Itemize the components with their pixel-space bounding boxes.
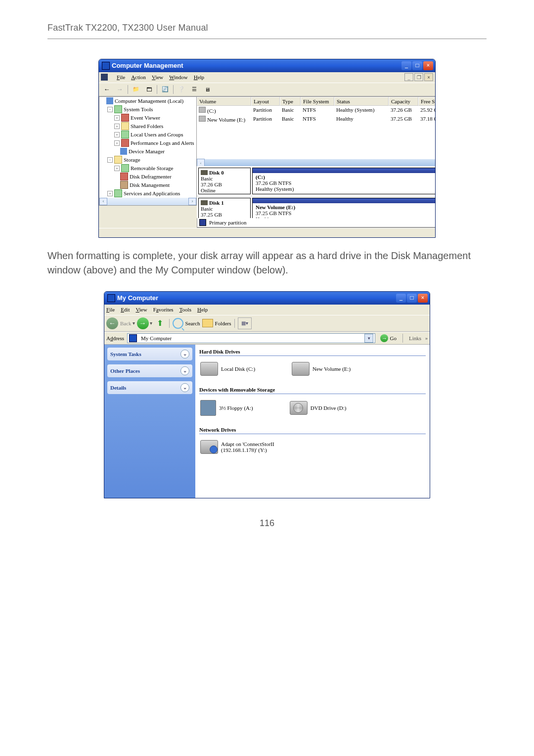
collapse-icon[interactable]: - (107, 107, 113, 112)
expand-icon[interactable]: + (114, 132, 120, 137)
menu-file[interactable]: File (117, 74, 125, 80)
tree-node[interactable]: +Removable Storage (114, 165, 196, 172)
scroll-track[interactable] (107, 198, 188, 205)
menu-help[interactable]: Help (194, 74, 204, 80)
address-input[interactable]: My Computer ▾ (127, 333, 375, 343)
expand-icon[interactable]: + (114, 166, 120, 171)
help-icon[interactable]: ❔ (176, 84, 187, 95)
close-button[interactable]: × (423, 61, 433, 70)
chevron-icon[interactable]: ⌄ (180, 366, 189, 375)
links-label[interactable]: Links (407, 335, 423, 341)
tree-node[interactable]: +Performance Logs and Alerts (114, 139, 196, 147)
go-button[interactable]: → Go (378, 334, 398, 342)
minimize-button[interactable]: _ (401, 61, 411, 70)
column-header[interactable]: Type (280, 97, 301, 106)
column-header[interactable]: Free Space (418, 97, 436, 106)
nav-back-icon[interactable] (101, 84, 113, 95)
collapse-icon[interactable]: - (107, 157, 113, 163)
menu-tools[interactable]: Tools (179, 307, 191, 312)
volume-row[interactable]: (C:)PartitionBasicNTFSHealthy (System)37… (197, 106, 436, 115)
drive-item[interactable]: 3½ Floppy (A:) (199, 399, 254, 417)
column-header[interactable]: File System (301, 97, 334, 106)
column-header[interactable]: Layout (251, 97, 280, 106)
refresh-icon[interactable]: 🔄 (159, 84, 171, 95)
chevron-icon[interactable]: ⌄ (180, 383, 189, 392)
menu-view[interactable]: View (135, 307, 147, 312)
folders-button[interactable]: Folders (202, 319, 231, 327)
column-header[interactable]: Status (334, 97, 389, 106)
grid-hscrollbar[interactable]: ‹ › (197, 159, 436, 166)
titlebar[interactable]: Computer Management _ □ × (99, 59, 435, 72)
menu-help[interactable]: Help (197, 307, 208, 312)
back-button[interactable]: ← (106, 317, 118, 329)
sidebar-task-box[interactable]: System Tasks⌄ (107, 348, 192, 360)
expand-icon[interactable]: + (107, 191, 113, 196)
nav-forward-icon[interactable] (114, 84, 126, 95)
sidebar-task-box[interactable]: Details⌄ (107, 381, 192, 394)
menu-action[interactable]: Action (131, 74, 146, 80)
sidebar-task-box[interactable]: Other Places⌄ (107, 364, 192, 377)
tree-hscrollbar[interactable]: ‹ › (99, 198, 197, 206)
toolbar-separator (169, 319, 170, 328)
explorer-body: System Tasks⌄Other Places⌄Details⌄ Hard … (104, 345, 430, 498)
expand-icon[interactable]: + (114, 115, 120, 121)
tree-node[interactable]: +Services and Applications (107, 190, 196, 197)
scroll-left-icon[interactable]: ‹ (197, 159, 205, 166)
menu-view[interactable]: View (152, 74, 163, 80)
tree-node[interactable]: Device Manager (114, 148, 196, 155)
mdi-restore-button[interactable]: ❐ (414, 73, 423, 81)
menu-edit[interactable]: Edit (121, 307, 130, 312)
scroll-right-icon[interactable]: › (188, 198, 196, 205)
menu-favorites[interactable]: Favorites (153, 307, 174, 312)
search-button[interactable]: Search (173, 318, 200, 329)
volume-row[interactable]: New Volume (E:)PartitionBasicNTFSHealthy… (197, 115, 436, 124)
drive-item[interactable]: Adapt on 'ConnectStorII (192.168.1.178)'… (199, 439, 296, 455)
maximize-button[interactable]: □ (407, 294, 417, 303)
scroll-left-icon[interactable]: ‹ (99, 198, 107, 205)
partition-box[interactable]: (C:)37.26 GB NTFSHealthy (System) (252, 168, 436, 194)
tree-item-icon (120, 173, 128, 180)
tree-node[interactable]: +Shared Folders (114, 123, 196, 130)
partition-box[interactable]: New Volume (E:)37.25 GB NTFSHealthy (252, 198, 436, 218)
settings-icon[interactable]: 🖥 (201, 84, 213, 95)
expand-icon[interactable]: + (114, 124, 120, 129)
chevron-icon[interactable]: ⌄ (180, 350, 189, 358)
tree-node[interactable]: Computer Management (Local) (100, 97, 196, 105)
navigation-tree[interactable]: Computer Management (Local)-System Tools… (99, 96, 197, 198)
up-button[interactable]: ⬆ (154, 317, 166, 329)
tree-node[interactable]: +Event Viewer (114, 114, 196, 122)
up-level-icon[interactable]: 📁 (130, 84, 142, 95)
disk-graphical-list[interactable]: Disk 0Basic37.26 GBOnline(C:)37.26 GB NT… (197, 166, 436, 218)
views-button[interactable]: ▦▾ (238, 317, 252, 329)
tree-node[interactable]: +Local Users and Groups (114, 131, 196, 138)
minimize-button[interactable]: _ (396, 294, 406, 303)
disk-row[interactable]: Disk 0Basic37.26 GBOnline(C:)37.26 GB NT… (197, 166, 436, 196)
drive-item[interactable]: DVD Drive (D:) (289, 399, 348, 417)
address-dropdown-icon[interactable]: ▾ (364, 334, 373, 343)
disk-row[interactable]: Disk 1Basic37.25 GBOnlineNew Volume (E:)… (197, 196, 436, 218)
maximize-button[interactable]: □ (412, 61, 422, 70)
list-icon[interactable]: ☰ (188, 84, 200, 95)
titlebar[interactable]: My Computer _ □ × (104, 292, 430, 305)
tree-node[interactable]: -Storage (107, 156, 196, 164)
volume-grid[interactable]: VolumeLayoutTypeFile SystemStatusCapacit… (197, 97, 436, 166)
expand-icon[interactable]: + (114, 140, 120, 146)
drive-item[interactable]: Local Disk (C:) (199, 361, 256, 377)
forward-button[interactable]: → (137, 317, 149, 329)
menu-file[interactable]: File (106, 307, 115, 312)
links-chevron-icon[interactable]: » (425, 335, 428, 341)
forward-dropdown-icon[interactable]: ▾ (150, 320, 152, 326)
properties-icon[interactable]: 🗔 (143, 84, 155, 95)
menu-window[interactable]: Window (169, 74, 187, 80)
column-header[interactable]: Capacity (389, 97, 418, 106)
tree-node[interactable]: -System Tools (107, 106, 196, 113)
close-button[interactable]: × (418, 294, 428, 303)
tree-node[interactable]: Disk Management (114, 181, 196, 189)
mdi-close-button[interactable]: × (424, 73, 433, 81)
back-dropdown-icon[interactable]: ▾ (133, 320, 135, 326)
tree-node[interactable]: Disk Defragmenter (114, 173, 196, 180)
drive-item[interactable]: New Volume (E:) (291, 361, 352, 377)
mdi-minimize-button[interactable]: _ (404, 73, 413, 81)
column-header[interactable]: Volume (197, 97, 251, 106)
search-label: Search (185, 320, 200, 326)
